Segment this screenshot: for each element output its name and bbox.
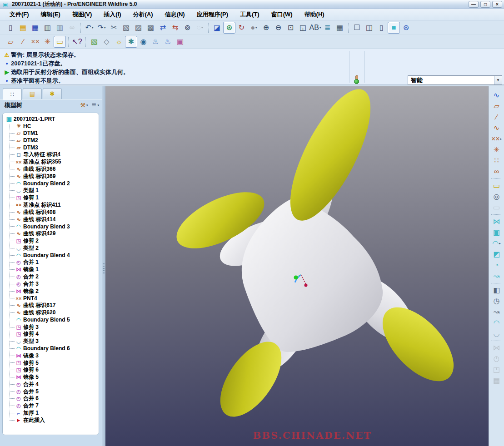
orient-view-button[interactable]: ◱ bbox=[297, 22, 309, 34]
tree-item-thicken[interactable]: ⌐ 加厚 1 bbox=[5, 410, 98, 417]
undo-button[interactable]: ↶ ▾ bbox=[83, 22, 95, 34]
menu-insert[interactable]: 插入(I) bbox=[98, 9, 127, 20]
zoom-refit-button[interactable]: ⊡ bbox=[284, 22, 297, 34]
datum-plane-button[interactable]: ▱ bbox=[491, 101, 503, 112]
revolve-surface-button[interactable]: ◔ bbox=[491, 260, 503, 271]
restore-button[interactable]: □ bbox=[480, 1, 490, 8]
tree-item-trim[interactable]: ◳ 修剪 2 bbox=[5, 238, 98, 245]
tree-item-points[interactable]: ×× 基准点 标识355 bbox=[5, 159, 98, 166]
tree-item-mirror[interactable]: ⋈ 镜像 2 bbox=[5, 287, 98, 295]
redo-button[interactable]: ↷ ▾ bbox=[95, 22, 108, 34]
note-group-button[interactable]: ▭ bbox=[491, 202, 503, 213]
menu-tools[interactable]: 工具(T) bbox=[234, 9, 265, 20]
tree-item-merge[interactable]: ◴ 合并 7 bbox=[5, 402, 98, 410]
minimize-button[interactable]: — bbox=[469, 1, 479, 8]
tree-item-curve[interactable]: ∿ 曲线 标识366 bbox=[5, 166, 98, 173]
datum-csys-button[interactable]: ✳ bbox=[491, 144, 503, 155]
tree-item-mirror[interactable]: ⋈ 镜像 5 bbox=[5, 374, 98, 381]
trim-button[interactable]: ◳ bbox=[491, 364, 503, 375]
insert-here-item[interactable]: ► 在此插入 bbox=[5, 416, 98, 424]
print-button[interactable]: ▥ bbox=[41, 22, 54, 34]
repaint-button[interactable]: ◪ bbox=[211, 22, 223, 34]
extrude-button[interactable]: ◧ bbox=[491, 285, 503, 296]
tree-item-curve[interactable]: ∿ 曲线 标识414 bbox=[5, 216, 98, 223]
sweep-surface-button[interactable]: ↝ bbox=[491, 271, 503, 282]
balloon-note-button[interactable]: ◎ bbox=[491, 191, 503, 202]
tree-item-style[interactable]: ◡ 类型 3 bbox=[5, 338, 98, 345]
tree-item-datum-plane[interactable]: ▱ DTM2 bbox=[5, 137, 98, 144]
zoom-in-button[interactable]: ⊕ bbox=[260, 22, 272, 34]
tree-item-boundary-blend[interactable]: ◠ Boundary Blend 2 bbox=[5, 180, 98, 187]
tree-item-points[interactable]: ×× 基准点 标识411 bbox=[5, 202, 98, 209]
menu-help[interactable]: 帮助(H) bbox=[299, 9, 330, 20]
menu-edit[interactable]: 编辑(E) bbox=[35, 9, 66, 20]
favorites-tab[interactable]: ✱ bbox=[43, 88, 62, 99]
tree-item-datum-plane[interactable]: ▱ DTM1 bbox=[5, 130, 98, 137]
boundary-blend-button[interactable]: ◠ bbox=[491, 317, 503, 328]
datum-point-button[interactable]: ×× ▸ bbox=[491, 134, 503, 144]
csys-display-toggle[interactable]: ✳ bbox=[41, 36, 54, 48]
render-setup-button[interactable]: ♨ bbox=[150, 36, 162, 48]
mirror-button[interactable]: ⋈ bbox=[491, 342, 503, 353]
datum-plane-display-toggle[interactable]: ▱ bbox=[5, 36, 17, 48]
freeform-surface-button[interactable]: ◠ ▸ bbox=[491, 238, 503, 249]
datum-curve-button[interactable]: ∿ bbox=[491, 90, 503, 101]
tree-item-boundary-blend[interactable]: ◠ Boundary Blend 3 bbox=[5, 223, 98, 230]
link-button[interactable]: ∞ bbox=[66, 22, 78, 34]
tree-root-item[interactable]: ▣ 20071021-1.PRT bbox=[5, 115, 98, 123]
tree-item-csys[interactable]: ✳ HC bbox=[5, 123, 98, 130]
annotation-display-toggle[interactable]: ▭ bbox=[54, 36, 66, 48]
tree-item-style[interactable]: ◡ 类型 2 bbox=[5, 244, 98, 252]
offset-points-button[interactable]: ∷ bbox=[491, 155, 503, 166]
select-box-button[interactable]: ◌ ▾ bbox=[194, 22, 206, 34]
tree-settings-button[interactable]: ≣ ▾ bbox=[92, 102, 99, 109]
revolve-button[interactable]: ◷ bbox=[491, 296, 503, 307]
datum-axis-button[interactable]: ∕ bbox=[491, 112, 503, 123]
print-setup-button[interactable]: ▥ bbox=[54, 22, 66, 34]
view-manager-button[interactable]: ▦ bbox=[334, 22, 346, 34]
tree-item-datum-plane[interactable]: ▱ DTM3 bbox=[5, 144, 98, 151]
tree-item-import[interactable]: ◻ 导入特征 标识4 bbox=[5, 151, 98, 159]
menu-info[interactable]: 信息(N) bbox=[159, 9, 191, 20]
paste-special-button[interactable]: ▩ bbox=[145, 22, 157, 34]
style-tool-button[interactable]: ◡ bbox=[491, 328, 503, 339]
tree-item-merge[interactable]: ◴ 合并 3 bbox=[5, 280, 98, 287]
model-tree-tab[interactable]: ∷ bbox=[3, 88, 22, 100]
tree-item-curve[interactable]: ∿ 曲线 标识429 bbox=[5, 230, 98, 238]
no-hidden-button[interactable]: ▯ bbox=[375, 22, 388, 34]
tree-item-curve[interactable]: ∿ 曲线 标识408 bbox=[5, 208, 98, 216]
lights-button[interactable]: ☼ bbox=[113, 36, 125, 48]
variable-sweep-button[interactable]: ↝ bbox=[491, 307, 503, 317]
render-region-button[interactable]: ▣ bbox=[174, 36, 186, 48]
tree-item-merge[interactable]: ◴ 合并 6 bbox=[5, 395, 98, 402]
note-button[interactable]: ▭ bbox=[491, 180, 503, 191]
close-button[interactable]: × bbox=[492, 1, 502, 8]
find-button[interactable]: ⊚ bbox=[181, 22, 194, 34]
curve-chain-button[interactable]: ∞ bbox=[491, 166, 503, 177]
saved-views-button[interactable]: AB ▾ bbox=[309, 22, 321, 34]
tree-item-mirror[interactable]: ⋈ 镜像 1 bbox=[5, 266, 98, 273]
render-window-button[interactable]: ♨ bbox=[162, 36, 174, 48]
tree-item-merge[interactable]: ◴ 合并 2 bbox=[5, 273, 98, 281]
regenerate-button[interactable]: ⇄ bbox=[157, 22, 169, 34]
chevron-down-icon[interactable]: ▼ bbox=[494, 76, 502, 84]
tree-item-boundary-blend[interactable]: ◠ Boundary Blend 5 bbox=[5, 316, 98, 323]
tree-item-trim[interactable]: ◳ 修剪 1 bbox=[5, 194, 98, 202]
tree-item-merge[interactable]: ◴ 合并 1 bbox=[5, 259, 98, 266]
model-canvas[interactable]: BBS.CHINADE.NET bbox=[105, 86, 489, 446]
menu-analysis[interactable]: 分析(A) bbox=[127, 9, 159, 20]
layers-button[interactable]: ≣ bbox=[321, 22, 334, 34]
menu-file[interactable]: 文件(F) bbox=[4, 9, 35, 20]
environment-map-button[interactable]: ◉ bbox=[137, 36, 150, 48]
tree-item-trim[interactable]: ◳ 修剪 3 bbox=[5, 323, 98, 331]
tree-item-curve[interactable]: ∿ 曲线 标识369 bbox=[5, 173, 98, 180]
render-wand-button[interactable]: ✱ bbox=[125, 36, 137, 48]
point-display-toggle[interactable]: ×× bbox=[29, 36, 41, 48]
tree-item-merge[interactable]: ◴ 合并 4 bbox=[5, 381, 98, 388]
tree-item-curve[interactable]: ∿ 曲线 标识620 bbox=[5, 309, 98, 317]
spin-center-toggle[interactable]: ⊛ bbox=[223, 22, 235, 34]
save-button[interactable]: ▦ bbox=[29, 22, 41, 34]
tree-item-points[interactable]: ×× PNT4 bbox=[5, 295, 98, 302]
fill-surface-button[interactable]: ▣ bbox=[491, 227, 503, 238]
shaded-view-button[interactable]: ● ▾ bbox=[248, 22, 260, 34]
